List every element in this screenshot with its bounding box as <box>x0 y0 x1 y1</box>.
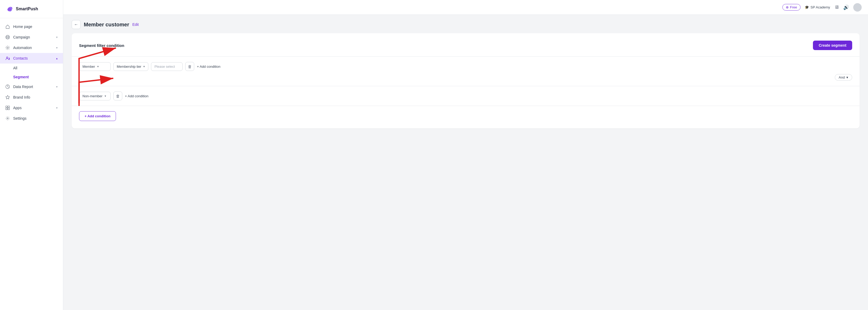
svg-rect-5 <box>8 106 9 107</box>
condition-type-value-1: Member <box>83 65 95 68</box>
membership-tier-select[interactable]: Membership tier ▾ <box>113 62 148 71</box>
condition-block-2: Non-member ▾ 🗑 + Add condition <box>79 86 852 106</box>
svg-point-1 <box>7 47 8 48</box>
svg-rect-6 <box>6 108 7 110</box>
chevron-down-icon: ▾ <box>56 106 58 110</box>
and-badge-row: And ▾ <box>79 74 852 81</box>
apps-icon <box>5 105 10 110</box>
condition-type-select-2[interactable]: Non-member ▾ <box>79 92 111 100</box>
sp-academy-link[interactable]: 🎓 SP Academy <box>805 5 830 9</box>
add-condition-inline-2[interactable]: + Add condition <box>125 94 148 98</box>
sidebar-item-automation-label: Automation <box>13 45 32 50</box>
chevron-down-icon: ▾ <box>104 94 106 98</box>
segment-label: Segment <box>13 75 29 79</box>
chevron-down-icon: ▾ <box>56 46 58 50</box>
page-title: Member customer <box>84 22 129 28</box>
create-segment-button[interactable]: Create segment <box>813 40 852 50</box>
contacts-icon <box>5 56 10 61</box>
svg-rect-7 <box>8 108 9 110</box>
main-content: ← Member customer Edit Segment filter co… <box>63 15 868 310</box>
condition-row-1: Member ▾ Membership tier ▾ Please select… <box>79 62 852 71</box>
trash-button-2[interactable]: 🗑 <box>113 91 122 100</box>
sidebar-subitem-segment[interactable]: Segment <box>0 72 63 82</box>
free-badge-label: Free <box>790 5 797 9</box>
please-select-placeholder: Please select <box>154 65 175 68</box>
sidebar-item-automation[interactable]: Automation ▾ <box>0 42 63 53</box>
topbar: ⊕ Free 🎓 SP Academy 🖥 🔊 <box>63 0 868 15</box>
home-icon <box>5 24 10 29</box>
smartpush-logo-icon <box>5 5 14 13</box>
and-label: And <box>839 75 845 79</box>
sidebar-item-apps[interactable]: Apps ▾ <box>0 102 63 113</box>
edit-link[interactable]: Edit <box>132 22 138 27</box>
sp-academy-label: SP Academy <box>811 5 830 9</box>
condition-type-select-1[interactable]: Member ▾ <box>79 62 111 71</box>
automation-icon <box>5 45 10 50</box>
card-title: Segment filter condition <box>79 43 124 48</box>
sidebar-subitem-all[interactable]: All <box>0 64 63 72</box>
condition-type-value-2: Non-member <box>83 94 102 98</box>
sidebar-item-brand-info-label: Brand Info <box>13 95 30 99</box>
and-badge[interactable]: And ▾ <box>835 74 852 81</box>
sidebar-item-campaign-label: Campaign <box>13 35 30 39</box>
sidebar-item-contacts[interactable]: Contacts ▴ <box>0 53 63 64</box>
monitor-icon[interactable]: 🖥 <box>834 4 839 10</box>
add-condition-inline-1[interactable]: + Add condition <box>197 65 220 68</box>
sidebar: SmartPush Home page Campaign ▾ <box>0 0 63 310</box>
sidebar-item-contacts-label: Contacts <box>13 56 28 60</box>
avatar[interactable] <box>853 3 862 11</box>
back-arrow-icon: ← <box>74 22 78 27</box>
svg-rect-4 <box>6 106 7 107</box>
segment-card: Segment filter condition Create segment … <box>72 33 860 128</box>
settings-icon <box>5 116 10 121</box>
brand-info-icon <box>5 95 10 100</box>
speaker-icon[interactable]: 🔊 <box>843 4 849 10</box>
app-wrapper: ⊕ Free 🎓 SP Academy 🖥 🔊 ← Member custome… <box>63 0 868 310</box>
chevron-up-icon: ▴ <box>56 57 58 60</box>
back-button[interactable]: ← <box>72 20 81 29</box>
please-select-field[interactable]: Please select <box>151 62 183 71</box>
sidebar-item-campaign[interactable]: Campaign ▾ <box>0 32 63 42</box>
sidebar-item-settings-label: Settings <box>13 116 27 121</box>
condition-row-2: Non-member ▾ 🗑 + Add condition <box>79 91 852 100</box>
add-condition-area: + Add condition <box>79 106 852 121</box>
trash-icon-2: 🗑 <box>116 94 120 98</box>
trash-button-1[interactable]: 🗑 <box>185 62 194 71</box>
sidebar-item-home-label: Home page <box>13 25 32 29</box>
sidebar-item-home[interactable]: Home page <box>0 21 63 32</box>
sidebar-item-settings[interactable]: Settings <box>0 113 63 124</box>
data-report-icon <box>5 84 10 89</box>
sidebar-item-apps-label: Apps <box>13 106 22 110</box>
app-name: SmartPush <box>16 7 38 11</box>
free-badge-icon: ⊕ <box>786 5 789 9</box>
svg-point-2 <box>7 57 8 58</box>
sidebar-item-data-report-label: Data Report <box>13 85 33 89</box>
svg-point-0 <box>6 35 9 39</box>
graduation-icon: 🎓 <box>805 5 809 9</box>
trash-icon: 🗑 <box>188 64 192 69</box>
chevron-down-icon: ▾ <box>143 65 145 68</box>
membership-tier-label: Membership tier <box>117 65 141 68</box>
chevron-down-icon: ▾ <box>56 36 58 39</box>
sidebar-item-brand-info[interactable]: Brand Info <box>0 92 63 102</box>
chevron-down-icon: ▾ <box>97 65 99 68</box>
all-label: All <box>13 66 18 70</box>
logo-area: SmartPush <box>0 0 63 18</box>
free-badge[interactable]: ⊕ Free <box>782 4 801 10</box>
sidebar-item-data-report[interactable]: Data Report ▾ <box>0 82 63 92</box>
and-chevron-icon: ▾ <box>846 75 848 79</box>
svg-point-8 <box>7 118 8 119</box>
campaign-icon <box>5 35 10 39</box>
page-header: ← Member customer Edit <box>63 15 868 33</box>
condition-block-1: Member ▾ Membership tier ▾ Please select… <box>79 57 852 86</box>
add-condition-button[interactable]: + Add condition <box>79 111 116 121</box>
card-header: Segment filter condition Create segment <box>79 40 852 50</box>
sidebar-nav: Home page Campaign ▾ Automation <box>0 18 63 310</box>
chevron-down-icon: ▾ <box>56 85 58 89</box>
